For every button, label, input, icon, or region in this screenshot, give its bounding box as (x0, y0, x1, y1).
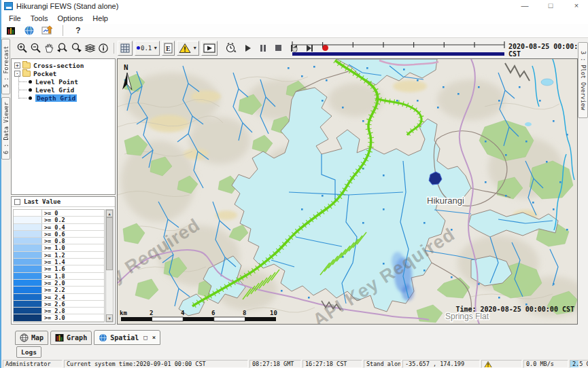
tree-item-level-grid[interactable]: Level Grid (23, 86, 115, 94)
tab-maximize-icon[interactable]: □ (143, 334, 147, 341)
tab-data-viewer[interactable]: 6 : Data Viewer (1, 97, 10, 160)
chart-export-icon[interactable] (41, 24, 54, 37)
tree-item-label: Level Grid (35, 86, 74, 94)
legend-title: Last Value (24, 198, 60, 205)
last-value-checkbox[interactable] (14, 199, 20, 205)
tree-item-pocket[interactable]: - Pocket (14, 69, 115, 77)
tab-forecast[interactable]: 5 : Forecast (1, 39, 10, 94)
classbreak-dot-icon (137, 46, 140, 50)
zoom-in-icon[interactable] (15, 41, 29, 55)
label-toggle-button[interactable]: E (162, 41, 175, 56)
bullet-icon (29, 88, 32, 92)
menu-file[interactable]: File (4, 14, 26, 22)
application-window: Hikurangi FEWS (Stand alone) — □ × File … (0, 0, 588, 368)
scroll-thumb[interactable] (106, 217, 113, 270)
lake (541, 79, 553, 86)
menu-tools[interactable]: Tools (26, 14, 53, 22)
status-coordinates: -35.657 , 174.199 (402, 360, 480, 368)
classbreaks-dropdown[interactable]: 0.1 ▼ (135, 41, 160, 56)
chevron-down-icon: ▼ (192, 45, 197, 50)
status-local-time: 16:27:18 CST (302, 360, 362, 368)
help-button[interactable]: ? (71, 24, 85, 37)
status-warning-cell[interactable] (481, 360, 522, 368)
folder-icon (22, 62, 31, 69)
zoom-previous-icon[interactable] (56, 41, 69, 55)
tree-item-depth-grid[interactable]: Depth Grid (23, 94, 115, 102)
legend-swatch (14, 287, 42, 293)
legend-panel: Last Value >= 0 >= 0.2 >= 0.4 >= 0.6 >= … (11, 196, 116, 325)
database-icon[interactable] (4, 24, 18, 37)
pause-button[interactable] (260, 45, 266, 52)
maximize-button[interactable]: □ (539, 0, 562, 12)
tab-graph[interactable]: Graph (50, 331, 92, 345)
legend-row[interactable]: >= 2.0 (14, 280, 104, 287)
logs-button[interactable]: Logs (16, 346, 41, 358)
legend-row[interactable]: >= 0 (14, 210, 104, 217)
legend-row[interactable]: >= 3.0 (14, 314, 104, 321)
legend-row[interactable]: >= 0.4 (14, 224, 104, 231)
legend-row[interactable]: >= 0.2 (14, 217, 104, 223)
legend-row[interactable]: >= 0.8 (14, 238, 104, 244)
legend-row[interactable]: >= 3.2 (14, 322, 104, 323)
info-icon[interactable] (97, 41, 110, 55)
legend-row[interactable]: >= 1.6 (14, 265, 104, 272)
legend-row[interactable]: >= 1.2 (14, 252, 104, 259)
globe-icon (99, 333, 107, 342)
tree-item-label: Pocket (33, 70, 56, 77)
tree-item-cross-section[interactable]: + Cross-section (14, 61, 115, 69)
tab-plot-overview[interactable]: 3 : Plot Overview (578, 42, 588, 118)
status-bandwidth: 0.0 MB/s (523, 360, 568, 368)
window-title: Hikurangi FEWS (Stand alone) (16, 2, 118, 10)
globe-icon[interactable] (22, 24, 36, 37)
left-tab-strip: 5 : Forecast 6 : Data Viewer (1, 39, 11, 329)
legend-row[interactable]: >= 1.4 (14, 259, 104, 265)
legend-row[interactable]: >= 2.2 (14, 287, 104, 293)
menu-options[interactable]: Options (52, 14, 88, 22)
layers-icon[interactable] (83, 41, 97, 55)
minimize-button[interactable]: — (513, 0, 536, 12)
animation-button[interactable] (201, 41, 218, 56)
expand-icon[interactable]: + (14, 62, 20, 69)
tab-map[interactable]: Map (15, 331, 48, 345)
legend-swatch (14, 244, 42, 251)
map-time-label: Time: 2020-08-25 00:00:00 CST (455, 306, 574, 313)
legend-row[interactable]: >= 0.6 (14, 231, 104, 238)
legend-row[interactable]: >= 1.8 (14, 273, 104, 280)
zoom-next-icon[interactable] (69, 41, 83, 55)
timeline-datetime: 2020-08-25 00:00:00 CST (508, 43, 588, 58)
folder-icon (22, 71, 31, 77)
zoom-out-icon[interactable] (29, 41, 42, 55)
grid-display-button[interactable] (118, 41, 133, 56)
tree-item-level-point[interactable]: Level Point (23, 77, 115, 86)
pan-hand-icon[interactable] (42, 41, 56, 55)
timer-icon[interactable] (224, 41, 237, 55)
warning-dropdown-button[interactable]: ▼ (177, 41, 199, 56)
tab-close-icon[interactable]: × (152, 334, 156, 341)
legend-row[interactable]: >= 2.6 (14, 301, 104, 308)
timeline-thumb (292, 48, 297, 52)
pond (525, 122, 532, 126)
legend-row[interactable]: >= 1.0 (14, 244, 104, 251)
scroll-up-icon[interactable]: ▲ (106, 210, 113, 217)
play-button[interactable] (245, 45, 251, 52)
menu-help[interactable]: Help (88, 14, 113, 22)
tab-spatial[interactable]: Spatial □ × (94, 330, 160, 345)
legend-swatch (14, 217, 42, 223)
timeline-slider[interactable] (290, 39, 506, 57)
close-button[interactable]: × (565, 0, 588, 12)
collapse-icon[interactable]: - (14, 71, 20, 77)
scroll-down-icon[interactable]: ▼ (106, 314, 113, 322)
svg-text:N: N (124, 63, 128, 72)
chevron-down-icon: ▼ (153, 45, 158, 50)
svg-text:2: 2 (150, 310, 153, 316)
tree-item-label: Cross-section (33, 62, 84, 69)
warning-icon (484, 361, 492, 368)
legend-row[interactable]: >= 2.4 (14, 294, 104, 301)
legend-swatch (14, 231, 42, 237)
legend-row[interactable]: >= 2.8 (14, 308, 104, 314)
legend-swatch (14, 294, 42, 300)
stop-button[interactable] (275, 45, 281, 51)
legend-scrollbar[interactable]: ▲ ▼ (105, 209, 114, 323)
map-view[interactable]: API Key Required API Key Required Hikura… (117, 58, 578, 325)
title-bar: Hikurangi FEWS (Stand alone) — □ × (1, 0, 588, 12)
